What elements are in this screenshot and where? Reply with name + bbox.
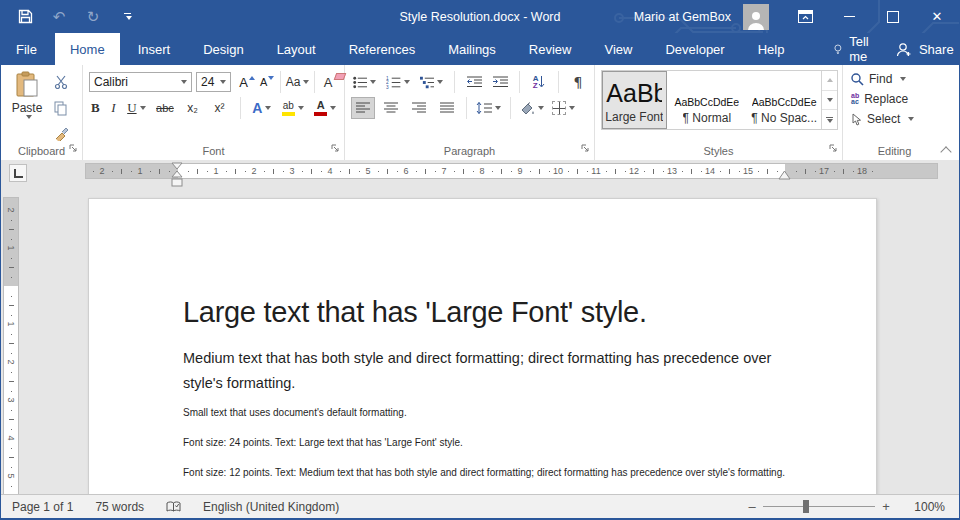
- zoom-slider-handle[interactable]: [803, 500, 809, 513]
- underline-button[interactable]: U: [125, 97, 147, 119]
- style-normal[interactable]: AaBbCcDdEe ¶ Normal: [667, 71, 747, 129]
- tab-view[interactable]: View: [589, 33, 647, 65]
- share-button[interactable]: Share: [880, 33, 960, 65]
- borders-button[interactable]: [550, 97, 577, 119]
- clipboard-dialog-launcher-icon[interactable]: [69, 142, 78, 156]
- align-left-button[interactable]: [351, 97, 375, 119]
- maximize-button[interactable]: [871, 0, 915, 33]
- font-family-combobox[interactable]: Calibri: [89, 72, 192, 92]
- highlight-color-button[interactable]: ab: [280, 97, 305, 119]
- shrink-font-button[interactable]: A: [257, 71, 277, 93]
- justify-button[interactable]: [435, 97, 459, 119]
- tab-review[interactable]: Review: [514, 33, 587, 65]
- paragraph-dialog-launcher-icon[interactable]: [581, 142, 590, 156]
- ruler-tick: [11, 372, 12, 373]
- styles-scroll-up-icon[interactable]: [822, 71, 837, 91]
- font-dialog-launcher-icon[interactable]: [331, 142, 340, 156]
- page-indicator[interactable]: Page 1 of 1: [1, 500, 84, 514]
- select-button[interactable]: Select: [843, 109, 946, 129]
- grow-font-button[interactable]: A: [237, 71, 257, 93]
- tab-help[interactable]: Help: [743, 33, 800, 65]
- tab-file[interactable]: File: [1, 33, 52, 65]
- word-count[interactable]: 75 words: [84, 500, 155, 514]
- decrease-indent-button[interactable]: [464, 71, 484, 93]
- clear-formatting-button[interactable]: A: [318, 71, 338, 93]
- text-effects-button[interactable]: A: [251, 97, 274, 119]
- document-paragraph[interactable]: Small text that uses document's default …: [183, 407, 876, 418]
- italic-button[interactable]: I: [108, 97, 118, 119]
- document-page[interactable]: Large text that has 'Large Font' style.M…: [88, 198, 877, 497]
- tab-references[interactable]: References: [334, 33, 430, 65]
- ruler-tick: [435, 171, 436, 172]
- avatar[interactable]: [743, 4, 769, 30]
- style-name: ¶ No Spac...: [751, 111, 817, 125]
- tab-home[interactable]: Home: [55, 33, 120, 65]
- vertical-ruler: 2112345: [3, 197, 19, 497]
- document-paragraph[interactable]: Font size: 24 points. Text: Large text t…: [183, 437, 876, 448]
- customize-quick-access-icon[interactable]: [117, 7, 137, 27]
- strikethrough-button[interactable]: abc: [154, 97, 175, 119]
- align-center-button[interactable]: [379, 97, 403, 119]
- redo-icon[interactable]: ↻: [83, 7, 103, 27]
- indent-markers[interactable]: [170, 162, 184, 189]
- font-color-button[interactable]: A: [313, 97, 338, 119]
- undo-icon[interactable]: ↶: [49, 7, 69, 27]
- document-paragraph[interactable]: Large text that has 'Large Font' style.: [183, 296, 876, 329]
- font-size-combobox[interactable]: 24: [196, 72, 231, 92]
- subscript-button[interactable]: x₂: [183, 97, 203, 119]
- ruler-tick: [150, 171, 151, 172]
- close-button[interactable]: ✕: [915, 0, 959, 33]
- multilevel-list-button[interactable]: [418, 71, 445, 93]
- account-name[interactable]: Mario at GemBox: [634, 10, 731, 24]
- copy-icon[interactable]: [51, 97, 71, 119]
- replace-button[interactable]: abac Replace: [843, 89, 946, 109]
- ruler-number: 3: [285, 166, 299, 176]
- tab-mailings[interactable]: Mailings: [433, 33, 511, 65]
- align-right-button[interactable]: [407, 97, 431, 119]
- share-person-icon: [896, 42, 912, 57]
- style-large-font[interactable]: AaBbCcDdEe Large Font: [602, 71, 667, 129]
- format-painter-icon[interactable]: [51, 123, 71, 145]
- ruler-tick: [188, 171, 189, 172]
- superscript-button[interactable]: x²: [210, 97, 230, 119]
- tab-design[interactable]: Design: [188, 33, 258, 65]
- styles-dialog-launcher-icon[interactable]: [829, 142, 838, 156]
- paste-button[interactable]: Paste: [5, 69, 49, 145]
- save-icon[interactable]: [15, 7, 35, 27]
- proofing-status[interactable]: [155, 500, 192, 514]
- language-indicator[interactable]: English (United Kingdom): [192, 500, 350, 514]
- minimize-button[interactable]: [827, 0, 871, 33]
- show-hide-marks-button[interactable]: ¶: [568, 71, 588, 93]
- change-case-button[interactable]: Aa: [284, 71, 311, 93]
- zoom-out-button[interactable]: –: [741, 499, 763, 514]
- ruler-number: 13: [665, 166, 679, 176]
- zoom-in-button[interactable]: +: [875, 499, 897, 514]
- cut-icon[interactable]: [51, 71, 71, 93]
- sort-button[interactable]: AZ: [529, 71, 549, 93]
- document-paragraph[interactable]: Medium text that has both style and dire…: [183, 346, 778, 396]
- ruler-tick: [11, 410, 12, 411]
- shading-button[interactable]: [518, 97, 546, 119]
- document-paragraph[interactable]: Font size: 12 points. Text: Medium text …: [183, 467, 876, 478]
- right-indent-marker[interactable]: [778, 170, 791, 180]
- tab-developer[interactable]: Developer: [650, 33, 739, 65]
- collapse-ribbon-icon[interactable]: [942, 145, 951, 154]
- numbering-button[interactable]: 123: [384, 71, 411, 93]
- tell-me-box[interactable]: Tell me: [828, 33, 880, 65]
- tab-layout[interactable]: Layout: [262, 33, 331, 65]
- styles-scroll-down-icon[interactable]: [822, 91, 837, 111]
- style-no-spacing[interactable]: AaBbCcDdEe ¶ No Spac...: [747, 71, 821, 129]
- bold-button[interactable]: B: [89, 97, 101, 119]
- ruler-tick: [454, 171, 455, 172]
- ribbon-display-options-icon[interactable]: [783, 0, 827, 33]
- styles-gallery-scroll: [821, 71, 837, 129]
- tab-insert[interactable]: Insert: [123, 33, 186, 65]
- zoom-slider[interactable]: [763, 506, 875, 507]
- styles-more-icon[interactable]: [822, 110, 837, 129]
- increase-indent-button[interactable]: [490, 71, 510, 93]
- tab-selector[interactable]: [9, 164, 27, 182]
- line-spacing-button[interactable]: [474, 97, 503, 119]
- bullets-button[interactable]: [351, 71, 378, 93]
- zoom-percentage[interactable]: 100%: [897, 500, 959, 514]
- find-button[interactable]: Find: [843, 69, 946, 89]
